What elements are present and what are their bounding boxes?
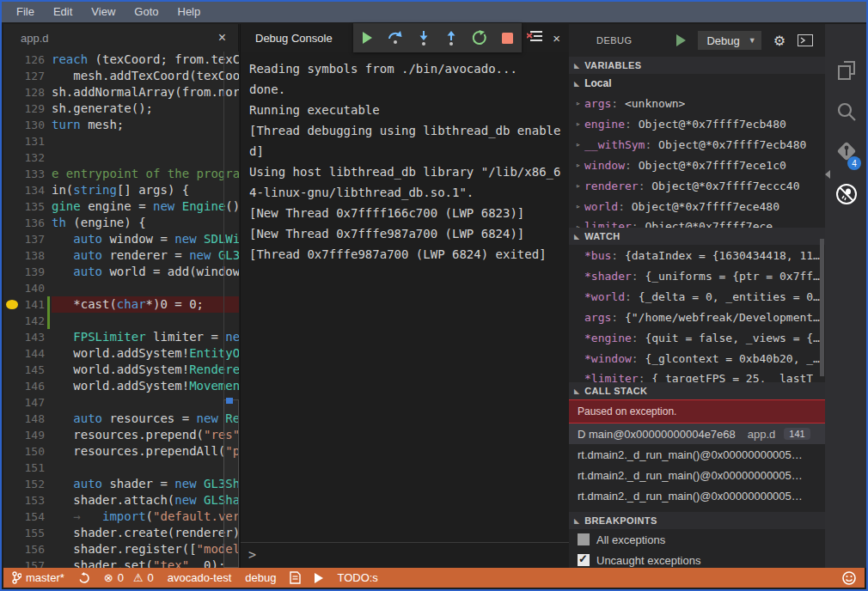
stack-frame[interactable]: rt.dmain2._d_run_main()@0x00000000005… — [569, 465, 825, 485]
menu-item-file[interactable]: File — [7, 2, 44, 22]
code-line[interactable]: 130turn mesh; — [3, 117, 239, 133]
code-line[interactable]: 135gine engine = new Engine() — [3, 198, 239, 215]
breakpoint-margin[interactable] — [3, 68, 21, 84]
breakpoint-margin[interactable] — [3, 84, 21, 101]
breakpoint-margin[interactable] — [3, 182, 21, 198]
breakpoint-margin[interactable] — [3, 166, 21, 182]
step-out-button[interactable] — [439, 26, 463, 50]
breakpoint-margin[interactable] — [3, 525, 21, 541]
breakpoint-margin[interactable] — [3, 296, 21, 313]
variable-row[interactable]: ▹engine: Object@*0x7ffff7ecb480 — [569, 113, 825, 134]
watch-row[interactable]: *bus: {dataIndex = {1630434418, 11… — [569, 245, 825, 265]
section-variables[interactable]: ◣VARIABLES — [569, 57, 825, 74]
git-branch-item[interactable]: master* — [12, 571, 64, 584]
code-line[interactable]: 147 — [3, 394, 239, 411]
start-debug-icon[interactable] — [675, 34, 686, 46]
stack-frame[interactable]: D main@0x00000000004e7e68app.d141 — [569, 423, 825, 444]
code-line[interactable]: 139 auto world = add(window, — [3, 264, 239, 280]
variable-row[interactable]: ▹limiter: Object@*0x7ffff7ece... — [569, 216, 825, 228]
variable-row[interactable]: ▹renderer: Object@*0x7ffff7eccc40 — [569, 175, 825, 196]
code-line[interactable]: 136th (engine) { — [3, 215, 239, 231]
sidebar-scrollbar[interactable] — [820, 239, 824, 376]
restart-button[interactable] — [468, 26, 492, 50]
breakpoint-margin[interactable] — [3, 509, 21, 525]
code-line[interactable]: 145 world.addSystem!Renderer — [3, 362, 239, 378]
close-panel-icon[interactable]: × — [553, 31, 560, 46]
breakpoint-margin[interactable] — [3, 541, 21, 557]
section-watch[interactable]: ◣WATCH — [569, 228, 825, 245]
breakpoint-row[interactable]: All exceptions — [569, 529, 825, 550]
breakpoint-margin[interactable] — [3, 460, 21, 476]
code-line[interactable]: 152 auto shader = new GL3Sha — [3, 476, 239, 492]
activity-source-control[interactable]: 4 — [825, 132, 868, 174]
code-line[interactable]: 149 resources.prepend("res") — [3, 427, 239, 443]
code-line[interactable]: 151 — [3, 460, 239, 476]
checkbox[interactable] — [578, 554, 590, 566]
section-callstack[interactable]: ◣CALL STACK — [569, 382, 825, 399]
variable-row[interactable]: ▹__withSym: Object@*0x7ffff7ecb480 — [569, 134, 825, 155]
watch-row[interactable]: *engine: {quit = false, _views = {… — [569, 327, 825, 348]
code-line[interactable]: 129sh.generate(); — [3, 101, 239, 117]
code-line[interactable]: 144 world.addSystem!EntityOu — [3, 345, 239, 362]
code-line[interactable]: 142 — [3, 313, 239, 329]
breakpoint-margin[interactable] — [3, 101, 21, 117]
breakpoint-margin[interactable] — [3, 394, 21, 411]
breakpoint-margin[interactable] — [3, 411, 21, 427]
tab-close-icon[interactable]: × — [215, 31, 229, 45]
breakpoint-margin[interactable] — [3, 247, 21, 264]
code-line[interactable]: 150 resources.prependAll("pa — [3, 443, 239, 460]
gear-icon[interactable]: ⚙ — [773, 33, 785, 49]
code-line[interactable]: 153 shader.attach(new GLShad — [3, 492, 239, 509]
code-line[interactable]: 127 mesh.addTexCoord(texCoor — [3, 68, 239, 84]
code-line[interactable]: 146 world.addSystem!Movement — [3, 378, 239, 394]
code-line[interactable]: 134in(string[] args) { — [3, 182, 239, 198]
breakpoint-margin[interactable] — [3, 476, 21, 492]
stack-frame[interactable]: rt.dmain2._d_run_main()@0x00000000005… — [569, 444, 825, 465]
code-line[interactable]: 140 — [3, 280, 239, 296]
breakpoint-margin[interactable] — [3, 117, 21, 133]
code-line[interactable]: 157 shader.set("tex", 0); — [3, 557, 239, 568]
sync-item[interactable] — [78, 572, 90, 584]
watch-row[interactable]: *limiter: {_targetFPS = 25, _lastT — [569, 369, 825, 382]
watch-row[interactable]: args: {"/home/webfreak/Development… — [569, 307, 825, 327]
dub-item[interactable] — [290, 571, 301, 584]
watch-row[interactable]: *shader: {_uniforms = {ptr = 0x7ff… — [569, 265, 825, 286]
code-line[interactable]: 138 auto renderer = new GL3R — [3, 247, 239, 264]
code-line[interactable]: 155 shader.create(renderer); — [3, 525, 239, 541]
code-line[interactable]: 141 *cast(char*)0 = 0; — [3, 296, 239, 313]
feedback-item[interactable] — [842, 571, 856, 585]
code-line[interactable]: 128sh.addNormalArray(from.nor — [3, 84, 239, 101]
breakpoint-margin[interactable] — [3, 362, 21, 378]
breakpoint-margin[interactable] — [3, 133, 21, 149]
tab-app-d[interactable]: app.d × — [3, 24, 239, 52]
checkbox[interactable] — [578, 533, 590, 545]
variable-row[interactable]: ▹world: Object@*0x7ffff7ece480 — [569, 196, 825, 216]
continue-button[interactable] — [355, 26, 379, 50]
code-line[interactable]: 156 shader.register(["modelv — [3, 541, 239, 557]
menu-item-edit[interactable]: Edit — [44, 2, 82, 22]
stop-button[interactable] — [496, 26, 520, 50]
code-line[interactable]: 132 — [3, 149, 239, 166]
code-line[interactable]: 133e entrypoint of the progra — [3, 166, 239, 182]
step-into-button[interactable] — [412, 26, 436, 50]
console-input[interactable]: > — [241, 542, 569, 568]
breakpoint-margin[interactable] — [3, 149, 21, 166]
step-over-button[interactable] — [383, 26, 407, 50]
breakpoint-margin[interactable] — [3, 427, 21, 443]
breakpoint-margin[interactable] — [3, 378, 21, 394]
activity-debug[interactable] — [825, 174, 868, 215]
section-breakpoints[interactable]: ◣BREAKPOINTS — [569, 512, 825, 529]
editor-scrollbar[interactable] — [223, 399, 239, 568]
watch-row[interactable]: *world: {_delta = 0, _entities = 0… — [569, 286, 825, 307]
breakpoint-margin[interactable] — [3, 231, 21, 247]
project-item[interactable]: avocado-test — [168, 571, 231, 584]
breakpoint-margin[interactable] — [3, 492, 21, 509]
menu-item-view[interactable]: View — [82, 2, 125, 22]
menu-item-help[interactable]: Help — [168, 2, 211, 22]
activity-search[interactable] — [825, 91, 868, 132]
breakpoint-margin[interactable] — [3, 557, 21, 568]
code-line[interactable]: 148 auto resources = new Res — [3, 411, 239, 427]
breakpoint-margin[interactable] — [3, 329, 21, 345]
breakpoint-margin[interactable] — [3, 215, 21, 231]
open-console-icon[interactable] — [798, 34, 813, 46]
